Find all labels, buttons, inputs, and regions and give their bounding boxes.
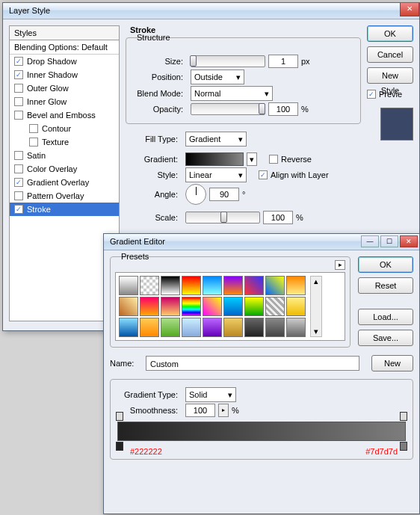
gradient-picker-button[interactable]: ▾ [247,152,257,166]
scroll-down-icon[interactable]: ▾ [314,327,318,336]
gradient-strip[interactable] [117,422,406,441]
preset-swatch[interactable] [286,318,306,337]
blend-combo[interactable]: Normal▾ [191,86,273,101]
new-button[interactable]: New [371,355,413,371]
scrollbar[interactable]: ▴▾ [310,276,322,337]
style-item-contour[interactable]: Contour [10,122,119,135]
style-checkbox[interactable] [29,124,38,133]
gradient-def-fieldset: Gradient Type:Solid▾ Smoothness:100▸% #2… [110,379,413,460]
preset-swatch[interactable] [203,318,222,337]
style-checkbox[interactable] [14,84,23,93]
preset-swatch[interactable] [265,318,285,337]
scale-input[interactable]: 100 [263,211,293,224]
close-icon[interactable]: ✕ [400,235,418,247]
name-input[interactable]: Custom [146,356,359,371]
opacity-stop-left[interactable] [116,412,123,421]
maximize-icon[interactable]: ☐ [380,235,398,247]
style-item-stroke[interactable]: Stroke [10,203,119,216]
ok-button[interactable]: OK [367,25,413,42]
minimize-icon[interactable]: — [361,235,379,247]
style-item-drop-shadow[interactable]: Drop Shadow [10,55,119,68]
preset-swatch[interactable] [140,318,159,337]
preset-swatch[interactable] [161,276,180,295]
preset-swatch[interactable] [265,297,285,316]
style-item-texture[interactable]: Texture [10,135,119,149]
preset-swatch[interactable] [182,276,201,295]
style-item-inner-glow[interactable]: Inner Glow [10,95,119,108]
structure-legend: Structure [134,33,173,37]
angle-dial[interactable] [185,184,206,205]
preset-swatch[interactable] [203,297,222,316]
preset-swatch[interactable] [244,318,264,337]
preset-swatch[interactable] [182,318,201,337]
preset-swatch[interactable] [265,276,285,295]
style-checkbox[interactable] [14,111,23,120]
position-combo[interactable]: Outside▾ [191,70,244,84]
ok-button[interactable]: OK [358,256,413,273]
style-checkbox[interactable] [29,138,38,147]
gradient-editor-buttons: OK Reset Load... Save... [358,256,413,348]
style-item-outer-glow[interactable]: Outer Glow [10,81,119,95]
blending-options[interactable]: Blending Options: Default [10,40,119,55]
style-combo[interactable]: Linear▾ [185,167,247,182]
scroll-up-icon[interactable]: ▴ [314,277,318,286]
preset-swatch[interactable] [182,297,201,316]
preview-checkbox[interactable] [367,90,376,99]
cancel-button[interactable]: Cancel [367,46,413,63]
preset-swatch[interactable] [119,276,138,295]
layer-style-titlebar[interactable]: Layer Style [3,3,419,19]
style-checkbox[interactable] [14,97,23,106]
scale-slider[interactable] [185,212,260,223]
preset-swatch[interactable] [140,276,159,295]
color-stop-left[interactable] [116,442,123,451]
gradtype-combo[interactable]: Solid▾ [185,387,236,402]
style-item-gradient-overlay[interactable]: Gradient Overlay [10,176,119,189]
preset-swatch[interactable] [286,297,306,316]
load-button[interactable]: Load... [358,309,413,325]
align-checkbox[interactable] [259,170,268,179]
preset-swatch[interactable] [223,297,243,316]
size-slider[interactable] [191,55,265,67]
style-item-pattern-overlay[interactable]: Pattern Overlay [10,189,119,203]
filltype-combo[interactable]: Gradient▾ [185,132,247,147]
save-button[interactable]: Save... [358,330,413,346]
color-stop-right[interactable] [400,442,407,451]
close-icon[interactable]: ✕ [400,3,419,16]
style-item-satin[interactable]: Satin [10,149,119,162]
style-checkbox[interactable] [14,70,23,79]
opacity-input[interactable]: 100 [268,102,298,116]
style-item-inner-shadow[interactable]: Inner Shadow [10,68,119,81]
gradient-preview[interactable] [185,152,244,166]
reset-button[interactable]: Reset [358,277,413,294]
preset-swatch[interactable] [161,318,180,337]
style-checkbox[interactable] [14,191,23,200]
opacity-stop-right[interactable] [400,412,407,421]
smooth-stepper[interactable]: ▸ [218,404,229,417]
preset-swatch[interactable] [286,276,306,295]
style-item-color-overlay[interactable]: Color Overlay [10,162,119,176]
preset-swatch[interactable] [203,276,222,295]
preset-swatch[interactable] [244,276,264,295]
angle-input[interactable]: 90 [209,188,239,201]
smooth-input[interactable]: 100 [185,404,215,417]
preset-swatch[interactable] [140,297,159,316]
styles-header[interactable]: Styles [10,26,119,40]
presets-menu-icon[interactable]: ▸ [335,260,345,270]
preset-swatch[interactable] [223,276,243,295]
preset-swatch[interactable] [119,318,138,337]
style-checkbox[interactable] [14,178,23,187]
style-item-bevel-and-emboss[interactable]: Bevel and Emboss [10,108,119,122]
preset-swatch[interactable] [119,297,138,316]
style-checkbox[interactable] [14,57,23,66]
style-item-label: Gradient Overlay [27,178,89,187]
new-style-button[interactable]: New Style [367,67,413,84]
style-checkbox[interactable] [14,151,23,160]
preset-swatch[interactable] [244,297,264,316]
style-checkbox[interactable] [14,205,23,214]
size-input[interactable]: 1 [268,55,298,68]
preset-swatch[interactable] [223,318,243,337]
preset-swatch[interactable] [161,297,180,316]
reverse-checkbox[interactable] [269,155,278,164]
style-checkbox[interactable] [14,164,23,173]
opacity-slider[interactable] [191,103,265,115]
